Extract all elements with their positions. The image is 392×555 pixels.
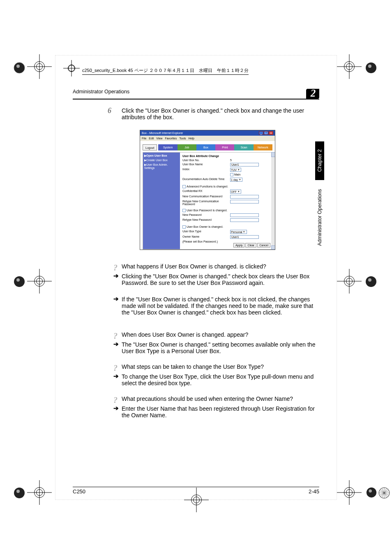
retype-password-label: Retype New Password [182, 218, 230, 222]
window-title: Box - Microsoft Internet Explorer [142, 132, 183, 134]
step-number: 6 [108, 106, 111, 115]
index-label: Index [182, 168, 230, 172]
new-comm-password-label: New Communication Password [182, 195, 230, 199]
qa-item-3: ? When does User Box Owner is changed. a… [122, 331, 319, 358]
tab-box[interactable]: Box [196, 144, 215, 150]
tab-network[interactable]: Network [254, 144, 272, 150]
scrollbar[interactable] [271, 152, 275, 250]
qa-answer: If the "User Box Owner is changed." chec… [122, 296, 319, 316]
autodelete-label: Documentation Auto Delete Time [182, 178, 230, 182]
question-mark-icon: ? [113, 363, 118, 373]
minimize-icon[interactable]: _ [259, 131, 263, 135]
arrow-icon: ➔ [113, 340, 119, 348]
tab-scan[interactable]: Scan [234, 144, 253, 150]
clear-button[interactable]: Clear [245, 243, 256, 247]
step-text: Click the "User Box Owner is changed." c… [122, 107, 319, 120]
qa-question: When does User Box Owner is changed. app… [122, 331, 319, 338]
menu-tools[interactable]: Tools [179, 137, 186, 140]
advanced-changed-label: Advanced Functions is changed. [187, 185, 228, 188]
owner-changed-checkbox[interactable] [182, 225, 186, 229]
sidebar-section-label: Administrator Operations [315, 183, 324, 252]
main-panel: User Box Attribute Change User Box No.5 … [180, 153, 272, 249]
svg-point-21 [369, 490, 371, 493]
password-changed-label: User Box Password is changed. [187, 209, 227, 212]
browser-menubar[interactable]: File Edit View Favorites Tools Help [140, 136, 275, 141]
question-mark-icon: ? [113, 395, 118, 405]
menu-favorites[interactable]: Favorites [165, 137, 177, 140]
menu-help[interactable]: Help [189, 137, 194, 140]
qa-item-2: ➔ If the "User Box Owner is changed." ch… [122, 296, 319, 319]
footer-page-number: 2-45 [309, 488, 319, 495]
owner-name-label: Owner Name [182, 235, 230, 239]
qa-answer: Enter the User Name that has been regist… [122, 405, 319, 419]
sidebar-user-box-admin[interactable]: ▶User Box Admin. Settings [144, 163, 179, 169]
new-password-input[interactable] [230, 213, 259, 217]
qa-item-4: ? What steps can be taken to change the … [122, 363, 319, 390]
arrow-icon: ➔ [113, 405, 119, 412]
maximize-icon[interactable]: ☐ [264, 131, 268, 135]
footer-model: C250 [73, 488, 85, 495]
svg-point-20 [367, 488, 376, 497]
header-title: Administrator Operations [73, 89, 129, 98]
menu-edit[interactable]: Edit [149, 137, 154, 140]
question-mark-icon: ? [113, 263, 118, 273]
arrow-icon: ➔ [113, 272, 119, 280]
svg-point-10 [16, 490, 20, 493]
tab-job[interactable]: Job [178, 144, 196, 150]
owner-name-input[interactable]: User1 [230, 235, 259, 239]
sidebar-create-user-box[interactable]: ▶Create User Box [144, 159, 179, 162]
new-password-label: New Password [182, 213, 230, 217]
autodelete-select[interactable]: 1 day▾ [230, 178, 242, 182]
qa-item-5: ? What precautions should be used when e… [122, 395, 319, 422]
password-changed-checkbox[interactable] [182, 209, 186, 212]
userbox-name-input[interactable]: User1 [230, 163, 259, 166]
owner-changed-label: User Box Owner is changed. [187, 225, 223, 229]
confidential-rx-label: Confidential RX [182, 190, 230, 194]
tab-print[interactable]: Print [215, 144, 234, 150]
qa-question: What steps can be taken to change the Us… [122, 363, 319, 370]
userbox-no-label: User Box No. [182, 159, 230, 162]
retype-password-input[interactable] [230, 218, 259, 222]
main-checkbox-label: Main [234, 173, 240, 176]
new-comm-password-input[interactable] [230, 195, 259, 199]
panel-title: User Box Attribute Change [182, 155, 270, 157]
tab-system[interactable]: System [158, 144, 177, 150]
close-icon[interactable]: × [269, 131, 273, 135]
window-titlebar: Box - Microsoft Internet Explorer _ ☐ × [140, 130, 275, 136]
chapter-number-badge: 2 [307, 89, 319, 98]
confidential-rx-select[interactable]: OFF▾ [230, 190, 241, 194]
sidebar: ▶Open User Box ▶Create User Box ▶User Bo… [143, 153, 180, 249]
svg-point-9 [14, 488, 25, 498]
page-footer: C250 2-45 [73, 487, 319, 495]
qa-item-1: ? What happens if User Box Owner is chan… [122, 263, 319, 289]
advanced-changed-checkbox[interactable] [182, 185, 186, 188]
owner-name-note: (Please set Box Password.) [182, 240, 230, 243]
qa-question: What precautions should be used when ent… [122, 395, 319, 402]
retype-comm-password-input[interactable] [230, 200, 259, 204]
userbox-no-value: 5 [230, 159, 270, 162]
svg-point-7 [366, 276, 376, 287]
arrow-icon: ➔ [113, 372, 119, 380]
cancel-button[interactable]: Cancel [257, 243, 270, 247]
right-sidebar: Chapter 2 Administrator Operations [314, 141, 324, 265]
logout-button[interactable]: Logout [143, 144, 157, 150]
arrow-icon: ➔ [113, 295, 119, 303]
svg-point-8 [368, 278, 371, 282]
svg-point-4 [368, 65, 371, 68]
qa-answer: Clicking the "User Box Owner is changed.… [122, 273, 319, 286]
qa-answer: To change the User Box Type, click the U… [122, 373, 319, 386]
page-header: Administrator Operations 2 [73, 89, 319, 98]
index-select[interactable]: TUV▾ [230, 168, 241, 172]
apply-button[interactable]: Apply [233, 243, 245, 247]
menu-file[interactable]: File [142, 137, 146, 140]
menu-view[interactable]: View [156, 137, 162, 140]
question-mark-icon: ? [113, 331, 118, 341]
main-checkbox[interactable] [230, 173, 233, 176]
embedded-screenshot: Box - Microsoft Internet Explorer _ ☐ × … [140, 130, 275, 250]
qa-answer: The "User Box Owner is changed." setting… [122, 341, 319, 354]
userbox-type-select[interactable]: Personal▾ [230, 230, 247, 234]
userbox-type-label: User Box Type [182, 230, 230, 234]
sidebar-open-user-box[interactable]: ▶Open User Box [144, 154, 179, 157]
userbox-name-label: User Box Name [182, 163, 230, 166]
header-underline [73, 99, 319, 99]
